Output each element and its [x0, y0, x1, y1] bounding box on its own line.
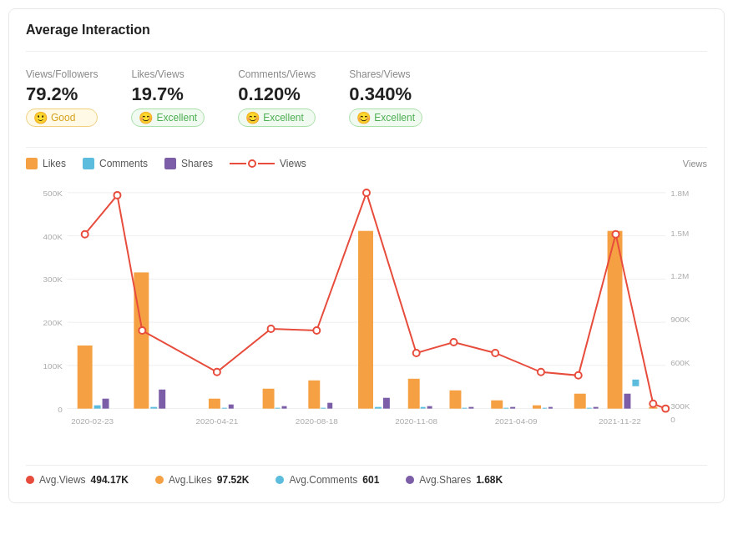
legend-likes: Likes: [26, 158, 66, 169]
views-point-10: [492, 350, 498, 356]
svg-text:0: 0: [58, 405, 63, 414]
bar-likes-10: [533, 406, 541, 409]
smiley-excellent-icon-1: 😊: [139, 111, 153, 124]
views-point-2: [114, 192, 120, 199]
bar-shares-1: [103, 399, 109, 409]
bar-shares-6: [383, 398, 390, 409]
legend-views-dash: [230, 163, 246, 164]
legend-comments: Comments: [83, 158, 148, 169]
bar-comments-6: [375, 407, 382, 409]
bar-comments-2: [150, 407, 157, 409]
metric-value-1: 19.7%: [131, 83, 205, 105]
avg-views-label: Avg.Views: [39, 474, 86, 486]
legend-shares-label: Shares: [181, 158, 213, 169]
bar-shares-12: [624, 394, 630, 409]
legend-views: Views: [230, 158, 306, 169]
bar-shares-3: [229, 405, 234, 409]
metric-likes-views: Likes/Views 19.7% 😊 Excellent: [131, 68, 205, 127]
svg-text:300K: 300K: [43, 275, 63, 284]
metric-badge-1: 😊 Excellent: [131, 108, 205, 127]
legend-shares-box: [164, 158, 176, 169]
bar-likes-8: [450, 391, 462, 409]
bar-comments-10: [543, 408, 547, 409]
metric-badge-0: 🙂 Good: [26, 108, 98, 127]
footer-stats: Avg.Views 494.17K Avg.Likes 97.52K Avg.C…: [26, 465, 707, 489]
bar-shares-5: [327, 403, 332, 409]
svg-text:100K: 100K: [43, 361, 63, 371]
bar-likes-2: [134, 272, 149, 408]
legend-likes-label: Likes: [43, 158, 66, 169]
svg-text:2020-02-23: 2020-02-23: [71, 416, 114, 426]
bar-shares-10: [548, 407, 553, 409]
avg-comments-dot: [276, 476, 284, 484]
svg-text:2021-11-22: 2021-11-22: [599, 416, 641, 426]
metric-label-1: Likes/Views: [131, 68, 205, 80]
bar-likes-11: [574, 394, 586, 409]
metric-comments-views: Comments/Views 0.120% 😊 Excellent: [238, 68, 316, 127]
bar-comments-5: [321, 408, 326, 409]
footer-avg-views: Avg.Views 494.17K: [26, 474, 129, 486]
metric-label-0: Views/Followers: [26, 68, 98, 80]
views-point-4: [214, 369, 220, 376]
avg-shares-value: 1.68K: [476, 474, 503, 486]
bar-comments-8: [462, 408, 467, 409]
bar-comments-7: [421, 407, 426, 409]
bar-comments-11: [587, 408, 592, 409]
legend-shares: Shares: [164, 158, 213, 169]
metric-value-2: 0.120%: [238, 83, 316, 105]
avg-shares-label: Avg.Shares: [419, 474, 471, 486]
svg-text:1.2M: 1.2M: [670, 271, 689, 280]
bar-likes-3: [209, 399, 220, 409]
views-point-15: [662, 406, 669, 412]
footer-avg-likes: Avg.Likes 97.52K: [155, 474, 250, 486]
legend-comments-box: [83, 158, 94, 169]
svg-text:2020-11-08: 2020-11-08: [395, 416, 437, 426]
views-point-8: [413, 350, 420, 356]
metric-badge-3: 😊 Excellent: [349, 108, 422, 127]
svg-text:400K: 400K: [43, 232, 63, 241]
views-point-12: [575, 372, 582, 379]
svg-text:2021-04-09: 2021-04-09: [495, 416, 538, 426]
metrics-row: Views/Followers 79.2% 🙂 Good Likes/Views…: [26, 62, 707, 134]
smiley-neutral-icon: 🙂: [33, 111, 48, 124]
svg-text:2020-04-21: 2020-04-21: [195, 416, 238, 426]
bar-likes-5: [308, 381, 320, 409]
bar-likes-6: [358, 231, 373, 409]
avg-likes-dot: [155, 476, 164, 484]
bar-likes-1: [78, 346, 93, 409]
views-axis-label: Views: [683, 159, 707, 169]
bar-shares-4: [282, 406, 287, 409]
views-point-3: [139, 327, 145, 334]
views-point-7: [363, 189, 370, 196]
views-point-5: [268, 325, 275, 332]
svg-text:600K: 600K: [670, 358, 690, 367]
avg-views-value: 494.17K: [91, 474, 129, 486]
avg-comments-label: Avg.Comments: [289, 474, 357, 486]
views-point-1: [82, 231, 88, 238]
svg-text:500K: 500K: [43, 189, 63, 198]
chart-legend: Likes Comments Shares Views Views: [26, 158, 707, 169]
views-point-9: [451, 339, 457, 346]
svg-text:900K: 900K: [670, 315, 690, 324]
views-point-14: [650, 401, 656, 407]
footer-avg-shares: Avg.Shares 1.68K: [406, 474, 503, 486]
avg-shares-dot: [406, 476, 414, 484]
legend-views-label: Views: [280, 158, 306, 169]
smiley-excellent-icon-2: 😊: [245, 111, 260, 124]
metric-badge-2: 😊 Excellent: [238, 108, 316, 127]
bar-likes-4: [263, 389, 275, 409]
footer-avg-comments: Avg.Comments 601: [276, 474, 379, 486]
bar-comments-1: [94, 406, 101, 409]
avg-likes-value: 97.52K: [217, 474, 250, 486]
svg-text:1.8M: 1.8M: [670, 189, 689, 198]
metric-label-3: Shares/Views: [349, 68, 422, 80]
views-point-6: [313, 327, 320, 334]
bar-comments-4: [276, 408, 281, 409]
svg-text:300K: 300K: [670, 401, 690, 411]
metric-label-2: Comments/Views: [238, 68, 316, 80]
svg-text:200K: 200K: [43, 318, 63, 327]
views-point-13: [613, 231, 619, 238]
legend-views-circle: [248, 159, 256, 168]
legend-comments-label: Comments: [99, 158, 148, 169]
legend-likes-box: [26, 158, 38, 169]
